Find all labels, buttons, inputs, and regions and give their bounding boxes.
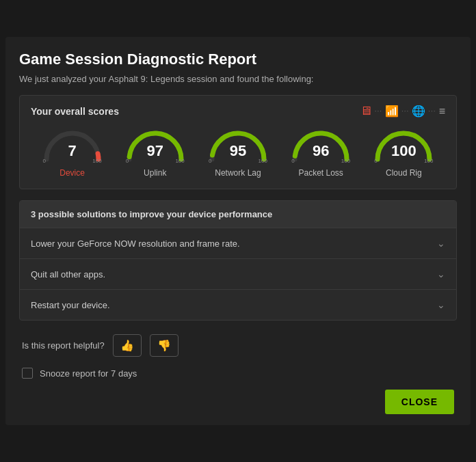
gauge-max-3: 100 xyxy=(341,158,350,164)
chevron-down-icon-0: ⌄ xyxy=(437,238,445,249)
diagnostic-dialog: Game Session Diagnostic Report We just a… xyxy=(5,37,471,425)
gauge-max-4: 100 xyxy=(424,158,433,164)
dots-3: ··· xyxy=(428,107,436,115)
gauge-label-1: Uplink xyxy=(144,168,166,178)
thumbs-down-button[interactable]: 👎 xyxy=(150,334,178,357)
feedback-row: Is this report helpful? 👍 👎 xyxy=(19,334,457,357)
gauge-label-2: Network Lag xyxy=(215,168,261,178)
chevron-down-icon-2: ⌄ xyxy=(437,299,445,310)
gauges-row: 7 0 100 Device 97 0 100 Uplink xyxy=(31,126,445,178)
snooze-row: Snooze report for 7 days xyxy=(19,368,457,379)
gauge-max-1: 100 xyxy=(175,158,184,164)
gauge-max-2: 100 xyxy=(259,158,267,164)
gauge-wrapper-1: 97 0 100 xyxy=(124,126,186,164)
gauge-max-0: 100 xyxy=(92,158,101,164)
solution-item-2[interactable]: Restart your device. ⌄ xyxy=(20,290,456,320)
solution-item-0[interactable]: Lower your GeForce NOW resolution and fr… xyxy=(20,228,456,259)
solutions-panel: 3 possible solutions to improve your dev… xyxy=(19,200,457,321)
gauge-value-3: 96 xyxy=(313,141,329,159)
gauge-min-4: 0 xyxy=(374,158,377,164)
dots-1: ··· xyxy=(375,107,382,115)
gauge-item-0: 7 0 100 Device xyxy=(35,126,110,178)
solution-text-1: Quit all other apps. xyxy=(31,269,105,280)
gauge-item-2: 95 0 100 Network Lag xyxy=(200,126,276,178)
scores-title: Your overall scores xyxy=(31,106,119,117)
gauge-label-0: Device xyxy=(60,168,85,178)
solutions-header: 3 possible solutions to improve your dev… xyxy=(20,201,456,228)
gauge-value-2: 95 xyxy=(230,141,246,159)
gauge-min-1: 0 xyxy=(126,158,129,164)
solution-text-2: Restart your device. xyxy=(31,300,110,310)
solutions-list: Lower your GeForce NOW resolution and fr… xyxy=(20,228,456,320)
gauge-wrapper-3: 96 0 100 xyxy=(290,126,352,164)
scores-header: Your overall scores 🖥 ··· 📶 ··· 🌐 ··· ≡ xyxy=(31,104,445,118)
bottom-bar: CLOSE xyxy=(19,390,457,414)
wifi-icon: 📶 xyxy=(385,105,399,118)
gauge-value-0: 7 xyxy=(68,141,76,159)
scores-panel: Your overall scores 🖥 ··· 📶 ··· 🌐 ··· ≡ … xyxy=(19,95,457,189)
snooze-label: Snooze report for 7 days xyxy=(40,368,137,379)
gauge-min-3: 0 xyxy=(291,158,294,164)
bars-icon: ≡ xyxy=(439,105,445,118)
gauge-value-1: 97 xyxy=(147,141,163,159)
snooze-checkbox[interactable] xyxy=(22,368,33,379)
gauge-value-4: 100 xyxy=(391,141,416,159)
chevron-down-icon-1: ⌄ xyxy=(437,269,445,280)
gauge-item-3: 96 0 100 Packet Loss xyxy=(283,126,358,178)
solution-text-0: Lower your GeForce NOW resolution and fr… xyxy=(31,239,240,249)
gauge-wrapper-0: 7 0 100 xyxy=(42,126,103,164)
gauge-wrapper-2: 95 0 100 xyxy=(207,126,269,164)
gauge-item-1: 97 0 100 Uplink xyxy=(118,126,193,178)
close-button[interactable]: CLOSE xyxy=(385,390,454,414)
monitor-icon: 🖥 xyxy=(360,104,372,118)
dots-2: ··· xyxy=(401,107,409,115)
gauge-min-0: 0 xyxy=(43,158,46,164)
globe-icon: 🌐 xyxy=(412,105,425,118)
scores-icons: 🖥 ··· 📶 ··· 🌐 ··· ≡ xyxy=(360,104,445,118)
thumbs-up-button[interactable]: 👍 xyxy=(113,334,142,357)
gauge-min-2: 0 xyxy=(209,158,211,164)
gauge-label-4: Cloud Rig xyxy=(386,168,422,178)
solution-item-1[interactable]: Quit all other apps. ⌄ xyxy=(20,259,456,290)
gauge-wrapper-4: 100 0 100 xyxy=(373,126,434,164)
gauge-label-3: Packet Loss xyxy=(298,168,343,178)
feedback-label: Is this report helpful? xyxy=(22,340,105,351)
dialog-subtitle: We just analyzed your Asphalt 9: Legends… xyxy=(19,74,457,84)
dialog-title: Game Session Diagnostic Report xyxy=(19,51,457,68)
gauge-item-4: 100 0 100 Cloud Rig xyxy=(366,126,441,178)
